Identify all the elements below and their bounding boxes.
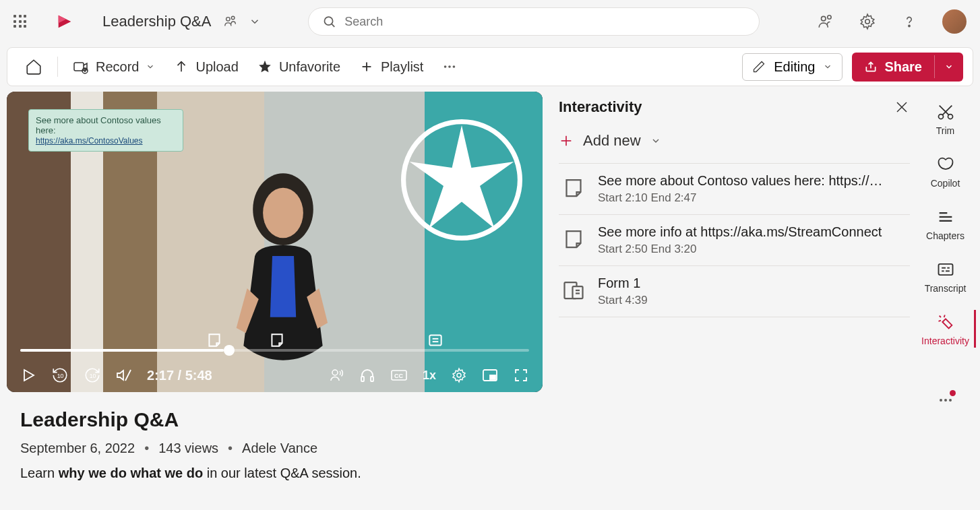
rail-chapters[interactable]: Chapters: [926, 208, 964, 241]
svg-point-6: [865, 20, 870, 24]
chevron-down-icon: [823, 62, 832, 71]
search-box[interactable]: [308, 7, 760, 36]
rail-transcript[interactable]: Transcript: [925, 260, 967, 294]
svg-rect-31: [371, 377, 373, 381]
item-title: See more info at https://aka.ms/StreamCo…: [598, 224, 907, 240]
callout-link[interactable]: https://aka.ms/ContosoValues: [36, 136, 143, 146]
svg-point-7: [909, 25, 910, 26]
svg-rect-42: [573, 286, 583, 298]
avatar[interactable]: [942, 9, 967, 34]
rail-trim[interactable]: Trim: [936, 102, 955, 136]
panel-title: Interactivity: [559, 98, 642, 116]
svg-point-34: [457, 373, 461, 377]
headphones-icon[interactable]: [359, 367, 375, 383]
star-filled-icon: [257, 59, 272, 74]
shared-with-icon: [223, 14, 238, 29]
record-button[interactable]: Record: [65, 55, 163, 79]
mute-icon[interactable]: [116, 367, 132, 383]
rail-interactivity[interactable]: Interactivity: [921, 313, 969, 346]
share-button-group: Share: [852, 53, 963, 82]
record-icon: [73, 59, 89, 75]
note-icon: [561, 227, 586, 251]
notification-dot: [950, 390, 956, 396]
svg-line-28: [125, 370, 131, 381]
video-views: 143 views: [158, 441, 218, 456]
people-icon[interactable]: [817, 13, 834, 30]
captions-icon[interactable]: CC: [390, 367, 408, 383]
video-date: September 6, 2022: [20, 441, 135, 456]
fullscreen-icon[interactable]: [513, 367, 529, 383]
home-button[interactable]: [17, 54, 51, 79]
video-progress-bar[interactable]: [20, 349, 529, 352]
item-title: Form 1: [598, 276, 907, 291]
svg-point-15: [444, 65, 447, 68]
form-icon: [561, 278, 586, 302]
more-icon: [442, 59, 457, 74]
svg-point-0: [226, 18, 231, 21]
svg-point-17: [453, 65, 456, 68]
playback-speed[interactable]: 1x: [423, 369, 436, 383]
pencil-icon: [752, 60, 766, 73]
add-new-button[interactable]: Add new: [559, 132, 910, 150]
stream-logo[interactable]: [55, 12, 74, 31]
svg-rect-52: [938, 264, 952, 275]
svg-rect-30: [361, 377, 364, 381]
video-description: Learn why we do what we do in our latest…: [20, 466, 529, 481]
chevron-down-icon[interactable]: [249, 15, 261, 28]
command-bar: Record Upload Unfavorite Playlist Editin…: [7, 47, 973, 86]
transcript-icon: [936, 260, 955, 279]
settings-icon[interactable]: [451, 367, 467, 383]
interactivity-item[interactable]: Form 1 Start 4:39: [559, 265, 910, 317]
rewind-10-icon[interactable]: 10: [51, 366, 69, 384]
video-meta-row: September 6, 2022 • 143 views • Adele Va…: [20, 441, 529, 456]
svg-point-57: [940, 399, 942, 402]
close-icon[interactable]: [894, 99, 910, 115]
chapters-icon: [936, 208, 955, 226]
divider: [57, 57, 58, 77]
chevron-down-icon: [146, 62, 155, 71]
home-icon: [25, 58, 42, 75]
interactivity-item[interactable]: See more about Contoso values here: http…: [559, 163, 910, 214]
svg-rect-22: [429, 335, 441, 345]
forward-10-icon[interactable]: 10: [84, 366, 101, 384]
copilot-icon: [936, 155, 955, 174]
svg-text:10: 10: [90, 373, 96, 379]
settings-icon[interactable]: [859, 13, 876, 30]
video-author: Adele Vance: [242, 441, 317, 456]
rail-copilot[interactable]: Copilot: [931, 155, 960, 189]
svg-text:CC: CC: [394, 373, 403, 379]
rail-more[interactable]: [938, 392, 954, 408]
time-display: 2:17 / 5:48: [147, 368, 212, 383]
voice-icon[interactable]: [328, 367, 344, 383]
svg-point-2: [325, 17, 333, 25]
interactivity-icon: [936, 313, 955, 331]
video-player[interactable]: See more about Contoso values here: http…: [7, 92, 543, 392]
upload-button[interactable]: Upload: [166, 55, 246, 79]
svg-point-1: [232, 16, 235, 20]
video-title: Leadership Q&A: [20, 408, 529, 431]
trim-icon: [936, 102, 955, 121]
progress-thumb[interactable]: [224, 345, 235, 356]
interactivity-item[interactable]: See more info at https://aka.ms/StreamCo…: [559, 214, 910, 265]
app-launcher[interactable]: [13, 15, 27, 28]
svg-point-4: [822, 16, 826, 21]
svg-point-16: [449, 65, 452, 68]
overflow-button[interactable]: [434, 55, 465, 78]
play-icon[interactable]: [20, 367, 36, 383]
tools-rail: Trim Copilot Chapters Transcript Interac…: [917, 98, 973, 488]
item-subtitle: Start 2:50 End 3:20: [598, 243, 907, 256]
interactivity-list: See more about Contoso values here: http…: [559, 163, 910, 317]
svg-point-59: [949, 399, 952, 402]
search-input[interactable]: [344, 15, 745, 29]
video-callout[interactable]: See more about Contoso values here: http…: [28, 109, 183, 152]
mode-selector[interactable]: Editing: [742, 53, 843, 81]
help-icon[interactable]: [900, 13, 918, 30]
svg-marker-25: [24, 370, 34, 381]
pip-icon[interactable]: [482, 367, 498, 383]
share-button[interactable]: Share: [852, 53, 934, 82]
share-split-button[interactable]: [934, 55, 963, 78]
svg-rect-36: [490, 375, 495, 379]
svg-point-21: [263, 188, 303, 238]
unfavorite-button[interactable]: Unfavorite: [249, 55, 348, 79]
playlist-button[interactable]: Playlist: [351, 55, 431, 79]
